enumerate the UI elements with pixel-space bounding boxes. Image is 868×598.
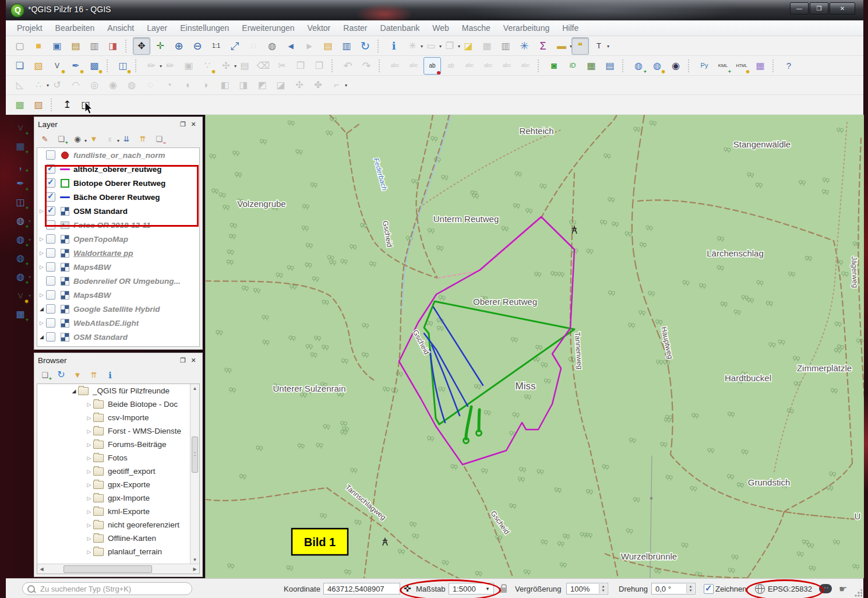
new-virtual-layer-button[interactable]: V✱ bbox=[48, 57, 66, 75]
expander-icon[interactable]: ▷ bbox=[85, 469, 93, 474]
zoom-out-button[interactable]: ⊖ bbox=[189, 37, 206, 55]
menu-einstellungen[interactable]: Einstellungen bbox=[174, 20, 235, 36]
expander-icon[interactable]: ▷ bbox=[85, 442, 93, 448]
browser-item-beide-biotope-doc[interactable]: ▷Beide Biotope - Doc bbox=[37, 398, 199, 411]
layout-manager-button[interactable]: ▥ bbox=[86, 37, 103, 55]
browser-item-gpx-exporte[interactable]: ▷gpx-Exporte bbox=[37, 478, 199, 491]
dock-float-icon[interactable]: ❐ bbox=[178, 119, 188, 129]
rotation-spinbox[interactable]: 0,0 °▲▼ bbox=[651, 583, 696, 595]
menu-hilfe[interactable]: Hilfe bbox=[556, 20, 585, 36]
new-geopackage-button[interactable]: ▦+ bbox=[12, 305, 29, 323]
metasearch-search-button[interactable]: ◍✱ bbox=[648, 57, 666, 75]
restore-button[interactable]: ❐ bbox=[810, 2, 828, 15]
menu-raster[interactable]: Raster bbox=[337, 20, 373, 36]
expander-icon[interactable]: ▷ bbox=[37, 264, 46, 270]
html-export-button[interactable]: HTML✱ bbox=[733, 57, 750, 75]
expander-icon[interactable]: ▷ bbox=[85, 428, 93, 434]
layer-item-fotos-or-2018-12-11[interactable]: Fotos OR 2018-12-11 bbox=[37, 218, 199, 232]
resize-grip[interactable] bbox=[854, 589, 862, 597]
menu-masche[interactable]: Masche bbox=[456, 20, 497, 36]
pan-map-button[interactable]: ✥ bbox=[133, 37, 150, 55]
menu-projekt[interactable]: Projekt bbox=[10, 20, 49, 36]
layer-item-bodenrelief-or-umgebung-[interactable]: Bodenrelief OR Umgebung... bbox=[37, 274, 199, 288]
expander-icon[interactable]: ▷ bbox=[85, 522, 93, 528]
text-annotation-button[interactable]: T▾ bbox=[590, 37, 608, 55]
layer-visibility-checkbox[interactable] bbox=[46, 206, 55, 216]
expander-icon[interactable]: ▷ bbox=[37, 236, 46, 242]
menu-web[interactable]: Web bbox=[426, 20, 456, 36]
browser-item-nicht-georeferenziert[interactable]: ▷nicht georeferenziert bbox=[37, 518, 199, 532]
manage-map-themes-button[interactable]: ◉▾ bbox=[70, 132, 85, 146]
osm-place-search-button[interactable]: ◉ bbox=[667, 57, 684, 75]
add-virtual-layer-button[interactable]: V✱▾ bbox=[12, 287, 29, 304]
browser-item-csv-importe[interactable]: ▷csv-Importe bbox=[37, 411, 199, 424]
statistical-summary-button[interactable]: ▥ bbox=[497, 37, 514, 55]
search-input[interactable] bbox=[39, 584, 187, 594]
add-raster-layer-button[interactable]: ▦+ bbox=[12, 138, 29, 155]
render-checkbox[interactable] bbox=[704, 584, 714, 594]
add-geopackage-layer-button[interactable]: ◫+ bbox=[12, 194, 29, 211]
new-mesh-layer-button[interactable]: ▩✱ bbox=[86, 57, 103, 75]
add-wms-layer-button[interactable]: ◍+▾ bbox=[12, 231, 29, 248]
lock-scale-icon[interactable] bbox=[500, 588, 507, 593]
browser-properties-button[interactable]: ℹ bbox=[103, 368, 118, 382]
quickmapservices-button[interactable]: ▩ bbox=[11, 96, 29, 114]
new-shapefile-layer-button[interactable]: ◫✱ bbox=[114, 57, 132, 75]
layer-item-osm-standard[interactable]: ◢OSM Standard bbox=[37, 330, 199, 344]
menu-vektor[interactable]: Vektor bbox=[301, 20, 337, 36]
layer-visibility-checkbox[interactable] bbox=[46, 248, 55, 258]
expander-icon[interactable]: ▷ bbox=[85, 415, 93, 421]
layer-item-b-che-oberer-reutweg[interactable]: Bäche Oberer Reutweg bbox=[37, 190, 199, 204]
new-geopackage-layer-button[interactable]: ▧ bbox=[30, 57, 47, 75]
layer-visibility-checkbox[interactable] bbox=[46, 164, 55, 174]
measure-button[interactable]: ▬▾ bbox=[553, 37, 570, 55]
spin-arrows-icon[interactable]: ▲▼ bbox=[599, 584, 607, 593]
import-photos-button[interactable]: ↥ bbox=[58, 96, 76, 114]
layer-visibility-checkbox[interactable] bbox=[46, 276, 55, 286]
crs-globe-icon[interactable] bbox=[755, 584, 765, 594]
mouse-position-icon[interactable]: ✜ bbox=[404, 579, 411, 598]
expander-icon[interactable]: ◢ bbox=[37, 334, 46, 340]
filter-browser-button[interactable]: ▼ bbox=[70, 368, 85, 382]
layer-visibility-checkbox[interactable] bbox=[46, 318, 55, 328]
refresh-browser-button[interactable]: ↻ bbox=[54, 368, 69, 382]
layer-item-webatlasde-light[interactable]: ▷WebAtlasDE.light bbox=[37, 316, 199, 330]
identify-features-button[interactable]: ℹ bbox=[385, 37, 403, 55]
deselect-features-button[interactable]: ◪ bbox=[460, 37, 477, 55]
coordinate-value[interactable]: 463712,5408907 bbox=[323, 583, 400, 595]
scale-combo[interactable]: 1:5000▼ bbox=[449, 583, 494, 595]
browser-item--qgis-f-r-pilzfreunde[interactable]: ◢_QGIS für Pilzfreunde bbox=[37, 384, 199, 398]
menu-verarbeitung[interactable]: Verarbeitung bbox=[497, 20, 556, 36]
map-tips-button[interactable]: ❝ bbox=[571, 37, 589, 55]
expander-icon[interactable]: ▷ bbox=[37, 292, 46, 298]
dock-close-icon[interactable]: ✕ bbox=[188, 356, 199, 365]
zoom-full-button[interactable]: ⤢ bbox=[226, 37, 244, 55]
add-spatialite-layer-button[interactable]: ✒+ bbox=[12, 175, 29, 192]
layer-item-maps4bw[interactable]: ▷Maps4BW bbox=[37, 288, 199, 302]
expander-icon[interactable]: ▷ bbox=[85, 402, 93, 407]
layer-visibility-checkbox[interactable] bbox=[46, 234, 55, 244]
locator-search[interactable] bbox=[22, 582, 192, 595]
browser-item-planlauf-terrain[interactable]: ▷planlauf_terrain bbox=[37, 545, 199, 558]
pan-to-selection-button[interactable]: ✛ bbox=[151, 37, 169, 55]
dock-close-icon[interactable]: ✕ bbox=[188, 119, 199, 129]
pointer-hand-icon[interactable]: ☛ bbox=[839, 583, 847, 595]
remove-layer-button[interactable]: ❏− bbox=[151, 132, 167, 146]
spin-arrows-icon[interactable]: ▲▼ bbox=[686, 584, 694, 593]
screenshot-tool-button[interactable]: ◫ bbox=[77, 96, 94, 114]
browser-item-geotiff-export[interactable]: ▷geotiff_export bbox=[37, 465, 199, 478]
scrollbar-thumb[interactable] bbox=[192, 437, 198, 473]
expand-all-button[interactable]: ⇊ bbox=[119, 132, 134, 146]
browser-item-forums-beitr-ge[interactable]: ▷Forums-Beiträge bbox=[37, 438, 199, 451]
add-wcs-layer-button[interactable]: ◍+ bbox=[12, 249, 29, 267]
browser-item-gpx-importe[interactable]: ▷gpx-Importe bbox=[37, 491, 199, 505]
add-wfs-layer-button[interactable]: ◍+▾ bbox=[12, 268, 29, 286]
menu-erweiterungen[interactable]: Erweiterungen bbox=[235, 20, 301, 36]
scrollbar-thumb[interactable] bbox=[63, 565, 152, 573]
save-project-button[interactable]: ▣ bbox=[48, 37, 66, 55]
expander-icon[interactable]: ▷ bbox=[37, 250, 46, 256]
plugin-green-plug-button[interactable]: ◙ bbox=[545, 57, 563, 75]
dock-float-icon[interactable]: ❐ bbox=[178, 356, 188, 365]
map-style-plugin-button[interactable]: ▨ bbox=[30, 96, 47, 114]
messages-icon[interactable] bbox=[819, 584, 832, 593]
